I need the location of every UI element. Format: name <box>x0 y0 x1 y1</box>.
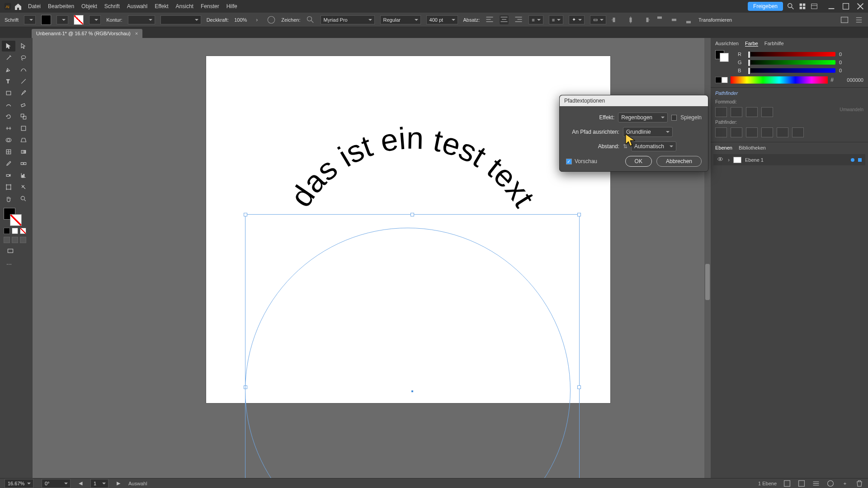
align-v1-icon[interactable] <box>655 15 664 24</box>
recolor-icon[interactable] <box>267 15 276 24</box>
direct-selection-tool-icon[interactable] <box>17 41 30 52</box>
panel-fill-stroke[interactable] <box>715 50 729 62</box>
status-icon-1[interactable] <box>783 479 791 488</box>
stroke-weight-dropdown[interactable] <box>128 15 155 24</box>
shape-intersect-icon[interactable] <box>746 107 758 117</box>
align-left-icon[interactable] <box>485 15 494 24</box>
scale-tool-icon[interactable] <box>17 111 30 122</box>
line-tool-icon[interactable] <box>17 76 30 87</box>
status-icon-3[interactable] <box>812 479 820 488</box>
window-maximize-icon[interactable] <box>842 2 850 10</box>
dialog-title[interactable]: Pfadtextoptionen <box>560 95 708 106</box>
b-slider[interactable] <box>748 68 835 73</box>
char-search-icon[interactable] <box>306 15 315 24</box>
menu-fenster[interactable]: Fenster <box>201 3 219 9</box>
align-h2-icon[interactable] <box>626 15 635 24</box>
align-object-dropdown[interactable]: ▭ <box>590 15 606 24</box>
rectangle-tool-icon[interactable] <box>2 88 15 99</box>
shaper-tool-icon[interactable] <box>2 99 15 110</box>
ok-button[interactable]: OK <box>625 156 652 167</box>
gradient-tool-icon[interactable] <box>17 146 30 157</box>
align-v2-icon[interactable] <box>670 15 679 24</box>
layer-visibility-icon[interactable] <box>717 156 724 164</box>
width-tool-icon[interactable] <box>2 123 15 134</box>
menu-ansicht[interactable]: Ansicht <box>176 3 193 9</box>
panel-menu-icon[interactable] <box>854 15 863 24</box>
vorschau-checkbox[interactable] <box>566 159 572 164</box>
shape-unite-icon[interactable] <box>715 107 727 117</box>
slice-tool-icon[interactable] <box>17 182 30 192</box>
align-h3-icon[interactable] <box>641 15 650 24</box>
menu-auswahl[interactable]: Auswahl <box>127 3 147 9</box>
shape-minus-front-icon[interactable] <box>731 107 742 117</box>
tab-farbhilfe[interactable]: Farbhilfe <box>764 41 784 47</box>
layer-target-icon[interactable] <box>851 158 854 162</box>
artboard-prev-icon[interactable]: ◀ <box>79 480 82 486</box>
stroke-dropdown[interactable] <box>89 15 101 24</box>
artboard-tool-icon[interactable] <box>2 182 15 192</box>
panel-toggle-icon[interactable] <box>840 15 849 24</box>
window-close-icon[interactable] <box>856 2 864 10</box>
brush-tool-icon[interactable] <box>17 88 30 99</box>
lasso-tool-icon[interactable] <box>17 52 30 63</box>
shape-builder-tool-icon[interactable] <box>2 135 15 145</box>
r-slider[interactable] <box>748 52 835 56</box>
r-value[interactable]: 0 <box>839 52 859 57</box>
cancel-button[interactable]: Abbrechen <box>656 156 702 167</box>
zoom-tool-icon[interactable] <box>17 193 30 204</box>
g-slider[interactable] <box>748 60 835 65</box>
graph-tool-icon[interactable] <box>17 170 30 181</box>
pf-divide-icon[interactable] <box>715 127 727 137</box>
abstand-stepper-icon[interactable]: ⇅ <box>623 143 627 150</box>
fill-dropdown[interactable] <box>57 15 68 24</box>
artboard-number[interactable]: 1 <box>90 479 108 488</box>
menu-schrift[interactable]: Schrift <box>104 3 120 9</box>
layer-expand-icon[interactable]: › <box>728 157 730 163</box>
document-tab[interactable]: Unbenannt-1* @ 16.67 % (RGB/Vorschau) × <box>32 29 142 38</box>
fill-swatch[interactable] <box>41 15 51 25</box>
eyedropper-tool-icon[interactable] <box>2 158 15 169</box>
transform-label[interactable]: Transformieren <box>698 17 732 23</box>
menu-hilfe[interactable]: Hilfe <box>226 3 237 9</box>
ausrichten-dropdown[interactable]: Grundlinie <box>623 127 673 137</box>
arrange-icon[interactable] <box>798 2 807 10</box>
rotation-dropdown[interactable]: 0° <box>42 479 71 488</box>
abstand-dropdown[interactable]: Automatisch <box>631 141 676 151</box>
effects-dropdown[interactable]: ✦ <box>569 15 585 24</box>
color-spectrum[interactable] <box>731 76 828 84</box>
screen-mode-icon[interactable] <box>4 246 17 257</box>
pf-merge-icon[interactable] <box>746 127 758 137</box>
font-family-dropdown[interactable]: Myriad Pro <box>321 15 375 24</box>
font-weight-dropdown[interactable]: Regular <box>380 15 421 24</box>
menu-datei[interactable]: Datei <box>28 3 41 9</box>
fill-stroke-swatch[interactable] <box>4 208 22 226</box>
window-minimize-icon[interactable] <box>827 2 835 10</box>
list-bullet-dropdown[interactable]: ≡ <box>528 15 543 24</box>
pf-trim-icon[interactable] <box>731 127 742 137</box>
menu-objekt[interactable]: Objekt <box>81 3 97 9</box>
pathfinder-header[interactable]: Pathfinder <box>711 87 868 99</box>
magic-wand-tool-icon[interactable] <box>2 52 15 63</box>
status-icon-4[interactable] <box>826 479 835 488</box>
effekt-dropdown[interactable]: Regenbogen <box>618 113 668 122</box>
align-center-icon[interactable] <box>500 15 509 24</box>
align-h1-icon[interactable] <box>612 15 621 24</box>
list-number-dropdown[interactable]: ≡ <box>549 15 563 24</box>
free-transform-tool-icon[interactable] <box>17 123 30 134</box>
status-icon-2[interactable] <box>797 479 806 488</box>
perspective-tool-icon[interactable] <box>17 135 30 145</box>
pf-minus-back-icon[interactable] <box>792 127 804 137</box>
tab-ebenen[interactable]: Ebenen <box>715 145 732 150</box>
tool-mode-dropdown[interactable] <box>24 15 36 24</box>
selection-tool-icon[interactable] <box>2 41 15 52</box>
g-value[interactable]: 0 <box>839 60 859 65</box>
rotate-tool-icon[interactable] <box>2 111 15 122</box>
workspace-icon[interactable] <box>810 2 818 10</box>
pen-tool-icon[interactable] <box>2 64 15 75</box>
tab-farbe[interactable]: Farbe <box>745 41 758 47</box>
spiegeln-checkbox[interactable] <box>671 115 677 121</box>
color-mode-swatches[interactable] <box>4 228 31 234</box>
search-icon[interactable] <box>787 2 795 10</box>
hex-value[interactable]: 000000 <box>836 77 863 83</box>
stroke-swatch[interactable] <box>74 15 84 25</box>
